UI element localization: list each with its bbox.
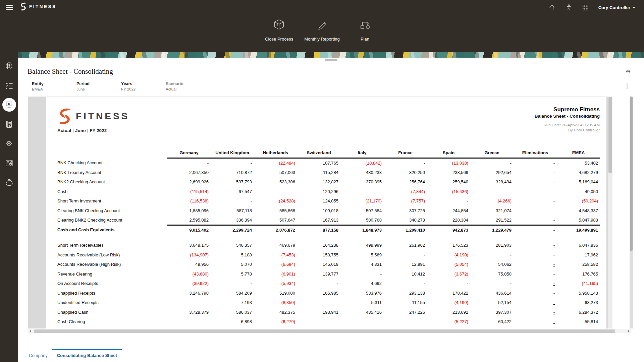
table-cell[interactable]: 546,357	[211, 241, 254, 250]
table-cell[interactable]: 4,331	[340, 260, 384, 269]
table-cell[interactable]: 710,872	[211, 168, 254, 177]
table-cell[interactable]: -	[211, 279, 254, 289]
table-cell[interactable]: 519,000	[254, 288, 297, 298]
table-cell[interactable]: -	[514, 177, 557, 187]
table-cell[interactable]: 10,412	[384, 269, 427, 279]
table-cell[interactable]: (50,204)	[557, 196, 600, 206]
table-cell[interactable]: -	[211, 196, 254, 206]
table-cell[interactable]: (43,680)	[167, 269, 211, 279]
table-cell[interactable]: 580,768	[340, 216, 384, 225]
table-cell[interactable]: (3,672)	[427, 269, 470, 279]
table-cell[interactable]: (13,038)	[427, 158, 470, 168]
table-cell[interactable]: -	[514, 196, 557, 206]
table-cell[interactable]: 120,296	[297, 187, 340, 196]
table-cell[interactable]: 507,063	[254, 168, 297, 177]
table-cell[interactable]: -	[514, 260, 557, 269]
table-cell[interactable]: 533,976	[340, 288, 384, 298]
table-cell[interactable]: (6,694)	[254, 260, 297, 269]
table-cell[interactable]: -	[514, 168, 557, 177]
table-cell[interactable]: 244,854	[427, 206, 470, 216]
table-cell[interactable]: 4,548,337	[557, 206, 600, 216]
table-cell[interactable]: 597,793	[211, 177, 254, 187]
table-cell[interactable]: 256,764	[384, 177, 427, 187]
table-cell[interactable]: 469,679	[254, 241, 297, 250]
table-cell[interactable]: 67,547	[211, 187, 254, 196]
table-cell[interactable]: 2,299,724	[211, 225, 254, 235]
table-cell[interactable]: 261,962	[384, 241, 427, 250]
table-cell[interactable]: 258,582	[557, 260, 600, 269]
table-cell[interactable]: 320,250	[384, 168, 427, 177]
table-cell[interactable]: -	[514, 298, 557, 308]
table-cell[interactable]: 436,614	[470, 288, 514, 298]
user-menu[interactable]: Cory Controller	[598, 5, 635, 10]
table-cell[interactable]: 54,062	[470, 260, 514, 269]
table-cell[interactable]: (116,538)	[167, 196, 211, 206]
table-cell[interactable]: -	[167, 317, 211, 327]
table-cell[interactable]: 507,584	[340, 206, 384, 216]
table-cell[interactable]: 115,284	[297, 168, 340, 177]
table-cell[interactable]: -	[384, 317, 427, 327]
table-cell[interactable]: (5,054)	[427, 260, 470, 269]
table-cell[interactable]: 4,692	[340, 279, 384, 289]
table-cell[interactable]: 7,193	[211, 298, 254, 308]
table-cell[interactable]: 291,522	[470, 216, 514, 225]
table-cell[interactable]: -	[514, 307, 557, 317]
table-cell[interactable]: (7,844)	[384, 187, 427, 196]
table-cell[interactable]: (41,165)	[557, 279, 600, 289]
table-cell[interactable]: -	[514, 241, 557, 250]
table-cell[interactable]: 193,941	[297, 307, 340, 317]
table-cell[interactable]: -	[514, 158, 557, 168]
table-cell[interactable]: -	[384, 250, 427, 260]
table-cell[interactable]: (5,227)	[427, 317, 470, 327]
table-cell[interactable]: (6,279)	[254, 317, 297, 327]
table-cell[interactable]: -	[514, 288, 557, 298]
table-cell[interactable]: 52,154	[470, 298, 514, 308]
table-cell[interactable]: 164,238	[297, 241, 340, 250]
table-cell[interactable]: (134,907)	[167, 250, 211, 260]
table-cell[interactable]: 48,956	[167, 260, 211, 269]
sidebar-item-tasks[interactable]	[0, 75, 18, 95]
table-cell[interactable]: 585,868	[254, 206, 297, 216]
table-cell[interactable]: 60,422	[470, 317, 514, 327]
table-cell[interactable]: 153,755	[297, 250, 340, 260]
app-grid-icon[interactable]	[582, 3, 590, 11]
pov-period[interactable]: Period June	[76, 81, 121, 92]
table-cell[interactable]: 109,018	[297, 206, 340, 216]
table-cell[interactable]: (24,528)	[254, 196, 297, 206]
table-cell[interactable]: -	[384, 158, 427, 168]
table-cell[interactable]: 12,891	[384, 260, 427, 269]
table-cell[interactable]: 5,569	[340, 250, 384, 260]
table-cell[interactable]: 1,848,973	[340, 225, 384, 235]
table-cell[interactable]: -	[167, 298, 211, 308]
table-cell[interactable]: 307,725	[384, 206, 427, 216]
table-cell[interactable]: 336,394	[211, 216, 254, 225]
sidebar-item-journals[interactable]	[0, 114, 18, 134]
table-cell[interactable]: (7,757)	[384, 196, 427, 206]
table-cell[interactable]: -	[254, 187, 297, 196]
table-cell[interactable]: 63,273	[557, 298, 600, 308]
table-cell[interactable]: 293,138	[384, 288, 427, 298]
table-cell[interactable]: 5,169,044	[557, 177, 600, 187]
table-cell[interactable]: 2,076,872	[254, 225, 297, 235]
table-cell[interactable]: 370,395	[340, 177, 384, 187]
table-cell[interactable]: 5,188	[211, 250, 254, 260]
table-cell[interactable]: (39,922)	[167, 279, 211, 289]
table-cell[interactable]: 238,569	[427, 168, 470, 177]
table-cell[interactable]: 1,209,410	[384, 225, 427, 235]
table-cell[interactable]: 19,499,891	[557, 225, 600, 235]
sidebar-item-currency[interactable]	[0, 173, 18, 192]
table-cell[interactable]: -	[427, 279, 470, 289]
table-cell[interactable]: -	[297, 317, 340, 327]
table-cell[interactable]: 498,999	[340, 241, 384, 250]
table-cell[interactable]: -	[384, 279, 427, 289]
report-horizontal-scrollbar[interactable]	[28, 329, 631, 333]
nav-plan[interactable]: Plan	[344, 18, 386, 42]
table-cell[interactable]: 6,898	[211, 317, 254, 327]
table-cell[interactable]: 3,246,798	[167, 288, 211, 298]
table-cell[interactable]: 5,047,983	[557, 216, 600, 225]
table-cell[interactable]: 145,019	[297, 260, 340, 269]
table-cell[interactable]: 228,384	[427, 216, 470, 225]
table-cell[interactable]: 292,654	[470, 168, 514, 177]
table-cell[interactable]: -	[514, 269, 557, 279]
table-cell[interactable]: (5,934)	[254, 279, 297, 289]
